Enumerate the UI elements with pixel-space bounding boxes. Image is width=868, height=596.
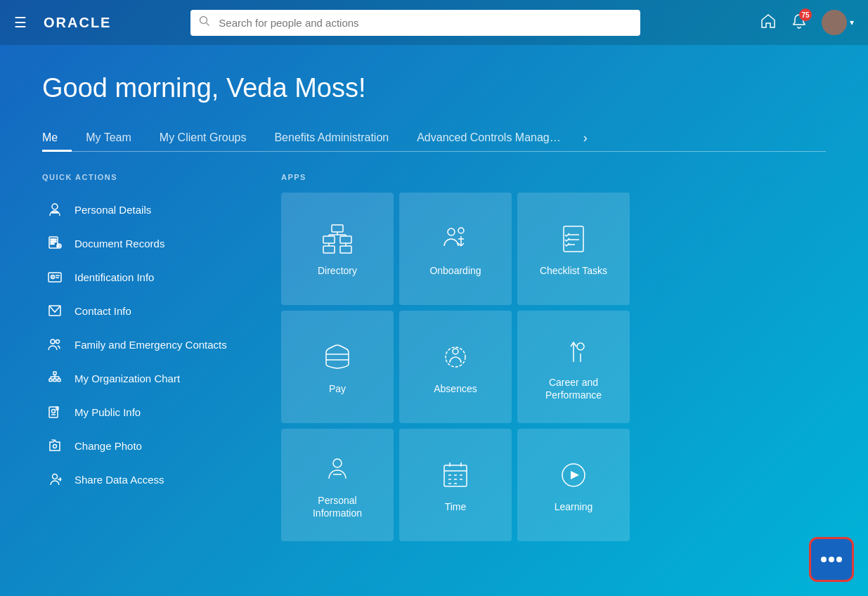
home-button[interactable] xyxy=(760,13,777,32)
quick-actions-label: QUICK ACTIONS xyxy=(42,173,239,181)
svg-point-2 xyxy=(829,15,839,25)
tab-advanced-controls[interactable]: Advanced Controls Manag… xyxy=(403,124,575,151)
quick-action-personal-details[interactable]: Personal Details xyxy=(42,193,239,226)
hamburger-menu-icon[interactable]: ☰ xyxy=(14,14,27,31)
svg-point-16 xyxy=(52,276,53,278)
oracle-logo: ORACLE xyxy=(44,15,111,31)
share-data-access-label: Share Data Access xyxy=(75,474,164,486)
svg-rect-26 xyxy=(49,379,52,382)
quick-action-family-emergency[interactable]: Family and Emergency Contacts xyxy=(42,328,239,361)
public-info-icon xyxy=(45,402,65,422)
app-tile-directory[interactable]: Directory xyxy=(281,193,394,305)
user-avatar xyxy=(822,10,847,35)
pay-icon xyxy=(319,339,356,375)
notification-badge: 75 xyxy=(799,8,812,21)
app-tile-onboarding[interactable]: Onboarding xyxy=(399,193,512,305)
svg-point-66 xyxy=(333,459,342,467)
svg-point-34 xyxy=(53,474,58,479)
app-tile-pay[interactable]: Pay xyxy=(281,311,394,423)
change-photo-label: Change Photo xyxy=(75,440,142,452)
tab-my-client-groups[interactable]: My Client Groups xyxy=(145,124,261,151)
user-dropdown-chevron-icon: ▾ xyxy=(850,18,854,27)
quick-action-contact-info[interactable]: Contact Info xyxy=(42,294,239,328)
svg-rect-55 xyxy=(564,226,583,252)
main-content: Good morning, Veda Moss! Me My Team My C… xyxy=(0,45,868,555)
svg-rect-39 xyxy=(323,236,335,243)
search-input[interactable] xyxy=(190,10,640,36)
share-data-access-icon xyxy=(45,469,65,489)
apps-label: APPS xyxy=(281,173,826,181)
identification-info-icon xyxy=(45,267,65,287)
absences-label: Absences xyxy=(434,382,477,395)
career-performance-label: Career and Performance xyxy=(529,376,618,401)
quick-action-change-photo[interactable]: Change Photo xyxy=(42,429,239,462)
chat-button[interactable] xyxy=(809,537,854,582)
pay-label: Pay xyxy=(329,382,346,395)
svg-rect-45 xyxy=(323,246,335,253)
svg-rect-40 xyxy=(340,236,351,243)
svg-point-64 xyxy=(577,343,584,350)
app-tile-personal-info[interactable]: Personal Information xyxy=(281,429,394,541)
notifications-button[interactable]: 75 xyxy=(791,13,808,32)
svg-rect-6 xyxy=(51,239,56,240)
svg-point-19 xyxy=(56,340,60,344)
top-navigation: ☰ ORACLE 75 xyxy=(0,0,868,45)
change-photo-icon xyxy=(45,436,65,455)
svg-rect-38 xyxy=(332,225,343,232)
quick-action-identification-info[interactable]: Identification Info xyxy=(42,260,239,294)
svg-point-33 xyxy=(53,445,57,448)
org-chart-icon xyxy=(45,368,65,388)
time-icon xyxy=(437,457,474,493)
contact-info-label: Contact Info xyxy=(75,305,131,317)
search-bar-container xyxy=(190,10,640,36)
svg-point-49 xyxy=(448,228,455,235)
svg-line-1 xyxy=(207,23,209,26)
svg-rect-20 xyxy=(53,372,56,375)
app-tile-time[interactable]: Time xyxy=(399,429,512,541)
personal-details-icon xyxy=(45,200,65,219)
onboarding-label: Onboarding xyxy=(429,264,481,277)
tabs-next-chevron-icon[interactable]: › xyxy=(578,125,593,151)
family-emergency-icon xyxy=(45,335,65,354)
directory-icon xyxy=(319,221,356,257)
quick-action-share-data-access[interactable]: Share Data Access xyxy=(42,462,239,496)
personal-info-icon xyxy=(319,451,356,487)
svg-rect-4 xyxy=(52,212,58,213)
identification-info-label: Identification Info xyxy=(75,271,154,283)
user-profile-button[interactable]: ▾ xyxy=(822,10,854,35)
directory-label: Directory xyxy=(318,264,357,277)
svg-point-62 xyxy=(453,349,458,354)
svg-rect-27 xyxy=(53,379,56,382)
svg-point-30 xyxy=(52,410,56,413)
tab-benefits-administration[interactable]: Benefits Administration xyxy=(260,124,403,151)
svg-rect-28 xyxy=(58,379,60,382)
content-row: QUICK ACTIONS Personal Details xyxy=(42,173,826,541)
nav-right-section: 75 ▾ xyxy=(760,10,854,35)
quick-action-org-chart[interactable]: My Organization Chart xyxy=(42,361,239,395)
apps-grid: Directory xyxy=(281,193,826,541)
quick-action-document-records[interactable]: Document Records xyxy=(42,226,239,260)
quick-action-public-info[interactable]: My Public Info xyxy=(42,395,239,429)
svg-point-0 xyxy=(200,17,207,24)
onboarding-icon xyxy=(437,221,474,257)
app-tile-absences[interactable]: Absences xyxy=(399,311,512,423)
app-tile-career-performance[interactable]: Career and Performance xyxy=(517,311,630,423)
svg-point-50 xyxy=(458,228,464,233)
tab-my-team[interactable]: My Team xyxy=(72,124,145,151)
svg-rect-46 xyxy=(340,246,351,253)
learning-icon xyxy=(555,457,592,493)
greeting-text: Good morning, Veda Moss! xyxy=(42,73,826,103)
search-icon xyxy=(199,15,210,30)
org-chart-label: My Organization Chart xyxy=(75,372,180,384)
app-tile-checklist[interactable]: Checklist Tasks xyxy=(517,193,630,305)
navigation-tabs: Me My Team My Client Groups Benefits Adm… xyxy=(42,124,826,152)
contact-info-icon xyxy=(45,301,65,320)
personal-details-label: Personal Details xyxy=(75,204,151,216)
app-tile-learning[interactable]: Learning xyxy=(517,429,630,541)
tab-me[interactable]: Me xyxy=(42,124,72,151)
public-info-label: My Public Info xyxy=(75,406,141,418)
learning-label: Learning xyxy=(555,500,593,513)
chat-dots-icon xyxy=(821,557,842,562)
svg-point-3 xyxy=(52,204,58,209)
document-records-icon xyxy=(45,233,65,253)
